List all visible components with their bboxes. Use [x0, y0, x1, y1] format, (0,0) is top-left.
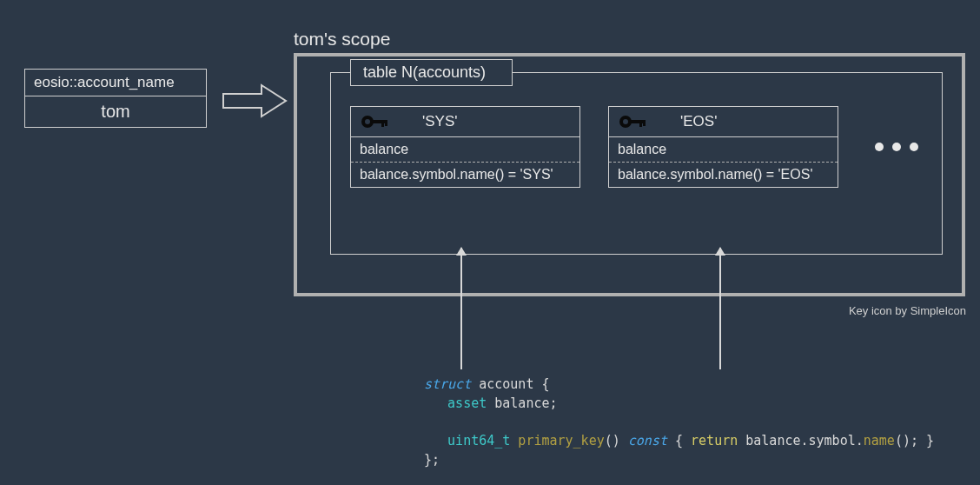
- svg-rect-9: [643, 120, 646, 126]
- record-field: balance: [609, 137, 838, 163]
- ellipsis-icon: [875, 143, 918, 151]
- record-key-row: 'EOS': [609, 107, 838, 137]
- table-container: table N(accounts) 'SYS' balance balance.…: [330, 72, 943, 255]
- record-eos: 'EOS' balance balance.symbol.name() = 'E…: [608, 106, 838, 188]
- code-text: (): [605, 433, 620, 448]
- record-method: balance.symbol.name() = 'EOS': [609, 163, 838, 187]
- code-text: };: [424, 452, 440, 468]
- arrow-right-icon: [222, 82, 289, 120]
- account-name-box: eosio::account_name tom: [24, 69, 207, 128]
- connector-line: [460, 248, 462, 369]
- code-keyword: struct: [424, 376, 471, 392]
- table-label: table N(accounts): [350, 59, 513, 86]
- record-method: balance.symbol.name() = 'SYS': [351, 163, 579, 187]
- code-type: uint64_t: [447, 433, 510, 448]
- code-fnname: name: [864, 433, 895, 448]
- svg-rect-8: [639, 120, 642, 127]
- code-text: (); }: [895, 433, 934, 448]
- record-field: balance: [351, 137, 579, 163]
- code-type: asset: [447, 395, 487, 411]
- code-snippet: struct account { asset balance; uint64_t…: [424, 375, 934, 470]
- code-text: account {: [471, 376, 549, 392]
- record-key-symbol: 'EOS': [680, 113, 717, 130]
- code-text: {: [667, 433, 691, 448]
- svg-rect-3: [381, 120, 384, 127]
- svg-rect-4: [385, 120, 387, 126]
- connector-line: [719, 248, 721, 369]
- account-name-value: tom: [25, 96, 206, 127]
- record-key-row: 'SYS': [351, 107, 579, 137]
- code-text: balance;: [487, 395, 557, 411]
- scope-title: tom's scope: [294, 29, 390, 50]
- key-icon: [618, 113, 647, 130]
- svg-point-6: [623, 119, 628, 124]
- records-row: 'SYS' balance balance.symbol.name() = 'S…: [331, 73, 942, 188]
- code-keyword: return: [691, 433, 738, 448]
- account-type-label: eosio::account_name: [25, 70, 206, 96]
- code-fnname: primary_key: [510, 433, 604, 448]
- code-keyword: const: [620, 433, 667, 448]
- svg-point-1: [365, 119, 370, 124]
- record-key-symbol: 'SYS': [422, 113, 458, 130]
- key-icon: [360, 113, 389, 130]
- record-sys: 'SYS' balance balance.symbol.name() = 'S…: [350, 106, 580, 188]
- credit-text: Key icon by SimpleIcon: [849, 304, 966, 317]
- code-text: balance.symbol.: [738, 433, 864, 448]
- scope-container: table N(accounts) 'SYS' balance balance.…: [294, 53, 965, 296]
